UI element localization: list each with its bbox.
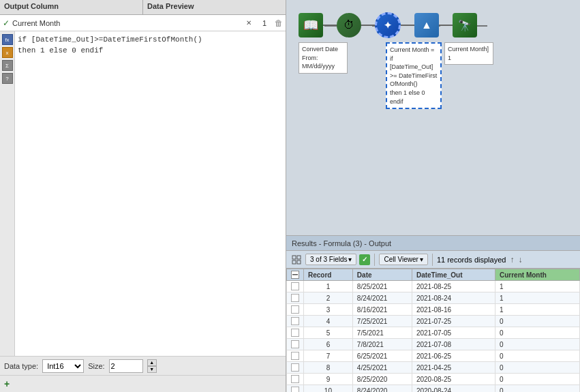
table-row: 7 6/25/2021 2021-06-25 0 [287,350,580,362]
results-table-container[interactable]: Record Date DateTime_Out Current Month 1… [286,269,580,392]
th-record: Record [304,269,353,281]
formula-icon[interactable]: fx [2,34,13,45]
table-row: 1 8/25/2021 2021-08-25 1 [287,281,580,292]
current-month-result-tooltip: Current Month] 1 [444,42,493,65]
connector-1 [323,25,337,26]
tooltip-cm-line2: if [DateTime_Out] [390,55,438,72]
scroll-up-button[interactable]: ↑ [508,255,515,265]
function-icon[interactable]: Σ [2,60,13,71]
size-down-button[interactable]: ▼ [147,366,157,373]
row-selector-cell[interactable] [287,374,304,385]
td-date-6: 6/25/2021 [352,350,412,362]
td-date-7: 4/25/2021 [352,362,412,374]
row-checkbox[interactable] [291,282,299,290]
toolbar-separator-2 [432,254,433,266]
td-datetime-9: 2020-08-24 [412,385,495,393]
row-checkbox[interactable] [291,329,299,337]
row-checkbox[interactable] [291,305,299,314]
td-datetime-8: 2020-08-25 [412,374,495,385]
help-icon[interactable]: ? [2,73,13,84]
clear-button[interactable]: ✕ [246,19,251,27]
toolbar-separator-1 [374,254,375,266]
svg-rect-7 [297,260,301,264]
row-selector-cell[interactable] [287,339,304,350]
row-selector-cell[interactable] [287,316,304,327]
connector-3 [401,25,414,26]
formula-editor[interactable]: if [DateTime_Out]>=DateTimeFirstOfMonth(… [15,31,286,356]
grid-icon[interactable] [290,254,303,266]
td-date-4: 7/5/2021 [352,327,412,339]
td-current-month-2: 1 [495,304,579,316]
scroll-down-button[interactable]: ↓ [517,255,523,265]
formula-node[interactable]: ✦ [375,12,401,38]
datatype-select[interactable]: Int16 Int32 String Double [42,359,84,373]
browse-node-icon: 🔭 [453,13,477,37]
timer-node[interactable]: ⏱ [337,13,361,37]
tooltip-r-line2: 1 [448,54,490,63]
variable-icon[interactable]: x [2,47,13,58]
fields-button[interactable]: 3 of 3 Fields ▾ [305,254,356,265]
right-panel: 📖 ⏱ ✦ ▲ [286,0,580,392]
book-node-icon: 📖 [299,13,323,37]
td-datetime-3: 2021-07-25 [412,316,495,327]
row-selector-cell[interactable] [287,281,304,292]
row-selector-cell[interactable] [287,385,304,393]
datatype-row: Data type: Int16 Int32 String Double Siz… [0,356,286,375]
th-date: Date [352,269,412,281]
row-selector-cell[interactable] [287,292,304,304]
td-record-9: 10 [304,385,353,393]
row-checkbox[interactable] [291,294,299,302]
navigation-arrows: ↑ ↓ [508,255,523,265]
output-column-name: Current Month [12,19,246,27]
icon-bar: fx x Σ ? [0,31,15,356]
row-checkbox[interactable] [291,340,299,348]
table-row: 3 8/16/2021 2021-08-16 1 [287,304,580,316]
td-record-4: 5 [304,327,353,339]
row-checkbox[interactable] [291,363,299,372]
filter-node[interactable]: ▲ [414,13,439,37]
table-row: 2 8/24/2021 2021-08-24 1 [287,292,580,304]
check-icon: ✓ [3,18,10,28]
flow-canvas: 📖 ⏱ ✦ ▲ [286,0,580,235]
row-selector-cell[interactable] [287,350,304,362]
th-selector [287,269,304,281]
svg-rect-4 [292,256,296,259]
add-row: + [0,375,286,392]
tooltip-cm-line3: >= DateTimeFirst [390,72,438,80]
row-checkbox[interactable] [291,387,299,392]
row-checkbox[interactable] [291,352,299,360]
size-label: Size: [88,362,104,370]
checkmark-filter-icon[interactable]: ✓ [359,254,370,265]
td-record-1: 2 [304,292,353,304]
flow-nodes-container: 📖 ⏱ ✦ ▲ [299,12,477,38]
td-current-month-5: 0 [495,339,579,350]
td-current-month-3: 0 [495,316,579,327]
delete-button[interactable]: 🗑 [275,18,283,28]
results-table: Record Date DateTime_Out Current Month 1… [286,269,580,392]
data-preview-header: Data Preview [143,0,286,14]
row-checkbox[interactable] [291,375,299,383]
select-all-checkbox[interactable] [291,271,299,279]
row-selector-cell[interactable] [287,327,304,339]
browse-node[interactable]: 🔭 [453,13,477,37]
table-header-row: Record Date DateTime_Out Current Month [287,269,580,281]
formula-node-icon: ✦ [375,12,401,38]
row-selector-cell[interactable] [287,304,304,316]
row-checkbox[interactable] [291,317,299,325]
fields-chevron: ▾ [348,256,352,263]
cell-viewer-button[interactable]: Cell Viewer ▾ [379,254,427,265]
svg-rect-8 [292,274,298,275]
connector-2 [361,25,375,26]
datatype-label: Data type: [4,362,38,370]
size-spinner[interactable]: ▲ ▼ [147,359,157,373]
size-up-button[interactable]: ▲ [147,359,157,366]
left-panel-header: Output Column Data Preview [0,0,286,15]
add-output-button[interactable]: + [4,378,10,389]
connector-4 [439,25,453,26]
current-month-tooltip: Current Month = if [DateTime_Out] >= Dat… [386,42,442,109]
book-node[interactable]: 📖 [299,13,323,37]
size-input[interactable] [109,359,143,373]
tooltip-line-2: From: [302,54,344,63]
row-selector-cell[interactable] [287,362,304,374]
records-displayed-label: 11 records displayed [437,256,506,264]
